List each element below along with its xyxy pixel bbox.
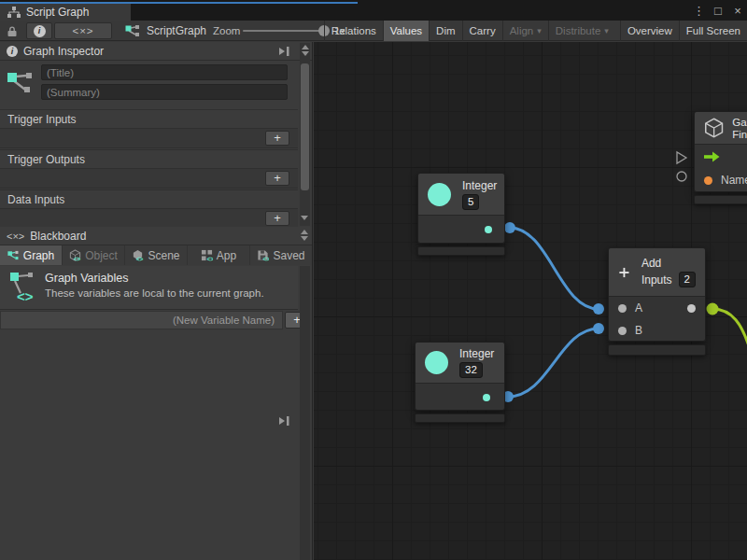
- flow-input-port[interactable]: [704, 151, 720, 162]
- tab-object[interactable]: <> Object: [63, 245, 124, 265]
- node-footer: [415, 413, 505, 423]
- wire-int1-to-a[interactable]: [510, 228, 599, 309]
- svg-text:<>: <>: [136, 256, 144, 261]
- tab-graph[interactable]: Graph: [0, 245, 62, 265]
- blackboard-tabs: Graph <> Object <> Scene: [0, 245, 312, 265]
- new-variable-input[interactable]: [0, 311, 283, 329]
- values-button[interactable]: Values: [383, 21, 429, 41]
- tab-well: Script Graph: [0, 0, 358, 21]
- tab-scene[interactable]: <> Scene: [125, 245, 187, 265]
- add-icon: [618, 259, 630, 286]
- wire-add-output[interactable]: [712, 309, 747, 352]
- integer-value-field[interactable]: 32: [459, 362, 483, 378]
- add-trigger-input-button[interactable]: +: [265, 131, 289, 146]
- node-add[interactable]: Add Inputs 2 A: [608, 247, 706, 356]
- inspector-toggle-button[interactable]: i: [26, 22, 52, 39]
- graph-variables-icon: <>: [9, 271, 39, 304]
- output-port[interactable]: [687, 304, 696, 313]
- node-title: Add: [641, 257, 696, 270]
- data-inputs-row: +: [0, 209, 298, 229]
- trigger-inputs-row: +: [0, 129, 298, 148]
- node-gameobject-find[interactable]: Game Object Find Na: [694, 111, 747, 204]
- dock-icon[interactable]: [278, 415, 291, 427]
- object-variables-icon: <>: [69, 249, 81, 261]
- node-integer-5[interactable]: Integer 5: [417, 173, 505, 256]
- app-variables-icon: <>: [201, 249, 213, 261]
- new-variable-row: +: [0, 310, 312, 330]
- graph-title-input[interactable]: [41, 64, 288, 80]
- input-port-b[interactable]: [618, 327, 627, 335]
- scroll-down-icon[interactable]: [301, 216, 308, 220]
- integer-icon: [425, 351, 448, 374]
- tab-app[interactable]: <> App: [188, 245, 249, 265]
- graph-summary-input[interactable]: [41, 84, 288, 100]
- zoom-label: Zoom: [213, 21, 240, 41]
- name-input-port[interactable]: [704, 176, 712, 185]
- kebab-menu-icon[interactable]: ⋮: [693, 4, 704, 18]
- fullscreen-button[interactable]: Full Screen: [679, 21, 747, 41]
- output-port[interactable]: [485, 226, 492, 233]
- data-port-indicator-icon: [677, 172, 686, 181]
- svg-text:<>: <>: [263, 256, 270, 261]
- script-graph-icon: [7, 7, 21, 18]
- dock-icon[interactable]: [278, 46, 291, 57]
- port-label: Name: [721, 174, 747, 187]
- align-button[interactable]: Align ▾: [502, 21, 548, 41]
- output-port[interactable]: [483, 394, 490, 401]
- scroll-down-icon[interactable]: [301, 236, 308, 241]
- dim-button[interactable]: Dim: [429, 21, 461, 41]
- node-integer-32[interactable]: Integer 32: [415, 342, 505, 423]
- blackboard-scrollbar[interactable]: [300, 266, 310, 560]
- wire-endpoint: [504, 222, 515, 233]
- info-icon: i: [7, 46, 18, 57]
- relations-button[interactable]: Relations: [324, 21, 383, 41]
- titlebar: Script Graph ⋮ □ ×: [0, 0, 747, 21]
- overview-button[interactable]: Overview: [620, 21, 679, 41]
- inspector-scrollbar[interactable]: [300, 43, 310, 226]
- node-title: Integer: [459, 347, 494, 360]
- add-trigger-output-button[interactable]: +: [265, 171, 289, 186]
- wire-endpoint: [593, 303, 604, 315]
- maximize-icon[interactable]: □: [712, 4, 724, 18]
- node-footer: [417, 246, 505, 256]
- distribute-button[interactable]: Distribute ▾: [548, 21, 615, 41]
- toolbar-buttons: Relations Values Dim Carry Align ▾ Distr…: [324, 21, 747, 41]
- add-data-input-button[interactable]: +: [265, 211, 289, 226]
- graph-title-block: [0, 61, 299, 107]
- lock-button[interactable]: [0, 21, 24, 41]
- lock-icon: [7, 25, 18, 37]
- close-icon[interactable]: ×: [732, 4, 743, 18]
- flow-port-indicator-icon: [677, 152, 686, 163]
- graph-variables-description: These variables are local to the current…: [45, 287, 264, 299]
- wire-int2-to-b[interactable]: [508, 329, 599, 397]
- graph-inspector-header: i Graph Inspector: [0, 42, 312, 61]
- scroll-down-icon[interactable]: [302, 51, 309, 56]
- scroll-up-icon[interactable]: [301, 230, 308, 234]
- integer-value-field[interactable]: 5: [462, 194, 479, 210]
- trigger-outputs-row: +: [0, 169, 298, 189]
- graph-canvas[interactable]: Integer 5: [314, 42, 747, 560]
- variables-icon: <×>: [72, 25, 93, 36]
- carry-button[interactable]: Carry: [462, 21, 502, 41]
- graph-variables-info: <> Graph Variables These variables are l…: [0, 266, 298, 310]
- tab-saved[interactable]: <> Saved: [250, 245, 312, 265]
- zoom-slider-track[interactable]: [243, 30, 327, 32]
- chevron-down-icon: ▾: [537, 26, 542, 35]
- scrollbar-thumb[interactable]: [301, 63, 309, 190]
- inputs-label: Inputs: [641, 273, 672, 287]
- node-subtitle: Game Object: [732, 117, 747, 128]
- node-title: Find: [732, 129, 747, 140]
- tab-title: Script Graph: [26, 6, 89, 19]
- inputs-count-field[interactable]: 2: [679, 272, 696, 287]
- svg-text:<>: <>: [206, 256, 213, 261]
- graph-icon: [7, 68, 35, 96]
- sidebar: i Graph Inspector Trigger Inputs: [0, 42, 313, 560]
- blackboard-toggle-button[interactable]: <×>: [54, 22, 112, 39]
- tab-script-graph[interactable]: Script Graph: [0, 4, 131, 21]
- blackboard-scroll-arrows[interactable]: [299, 228, 309, 245]
- blackboard-header: <×> Blackboard: [0, 227, 312, 245]
- breadcrumb[interactable]: ScriptGraph: [125, 21, 206, 41]
- blackboard-title: Blackboard: [30, 230, 86, 243]
- scroll-up-icon[interactable]: [302, 45, 309, 49]
- input-port-a[interactable]: [618, 304, 627, 313]
